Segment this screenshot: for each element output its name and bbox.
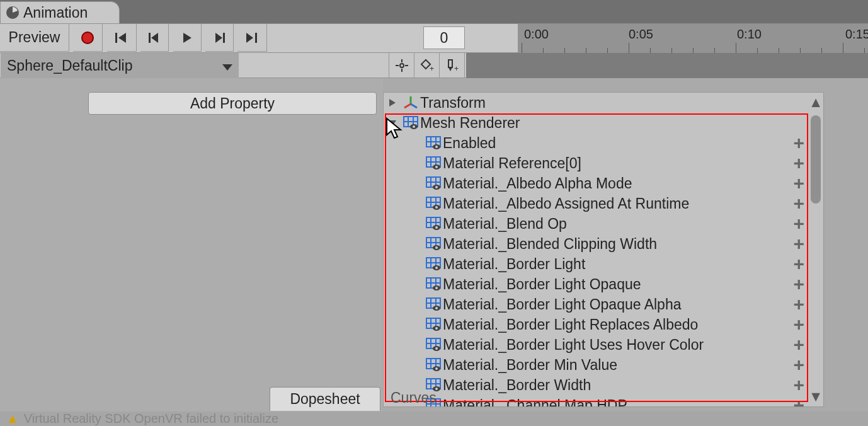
add-property-icon[interactable]: + — [793, 132, 804, 154]
timeline-lane[interactable] — [466, 53, 868, 78]
add-property-icon[interactable]: + — [793, 374, 804, 396]
property-list-panel — [0, 78, 383, 413]
property-row-transform[interactable]: Transform — [384, 93, 823, 113]
property-icon — [424, 338, 443, 352]
property-row[interactable]: Material._Albedo Assigned At Runtime+ — [384, 193, 823, 214]
svg-rect-8 — [223, 33, 225, 43]
clip-buttons: + + — [389, 53, 465, 78]
svg-rect-19 — [448, 60, 452, 67]
add-property-icon[interactable]: + — [793, 213, 804, 234]
collapse-icon[interactable] — [384, 118, 401, 127]
add-keyframe-button[interactable]: + — [414, 53, 439, 78]
add-property-icon[interactable]: + — [793, 294, 804, 315]
add-property-icon[interactable]: + — [793, 253, 804, 275]
property-label: Enabled — [443, 135, 496, 152]
ruler-mark: 0:15 — [845, 27, 868, 42]
last-frame-button[interactable] — [237, 24, 267, 52]
property-row[interactable]: Material._Border Light Uses Hover Color+ — [384, 335, 823, 355]
property-icon — [424, 237, 443, 251]
property-label: Material._Blended Clipping Width — [443, 236, 657, 253]
preview-button[interactable]: Preview — [0, 24, 69, 52]
add-property-icon[interactable]: + — [793, 153, 804, 174]
prev-key-button[interactable] — [140, 24, 169, 52]
svg-point-92 — [435, 327, 438, 330]
svg-marker-5 — [151, 33, 158, 43]
svg-line-24 — [411, 104, 417, 108]
property-row[interactable]: Material._Border Light Replaces Albedo+ — [384, 314, 823, 335]
add-property-icon[interactable]: + — [793, 354, 804, 376]
property-row[interactable]: Material._Channel Map HDP+ — [384, 395, 823, 407]
property-label: Material._Border Min Value — [443, 357, 617, 374]
add-property-icon[interactable]: + — [793, 233, 804, 255]
svg-point-38 — [435, 146, 438, 148]
property-icon — [424, 217, 443, 231]
property-row[interactable]: Material._Border Min Value+ — [384, 355, 823, 375]
ruler-mark: 0:00 — [524, 27, 549, 42]
add-property-icon[interactable]: + — [793, 394, 804, 407]
svg-point-62 — [435, 226, 438, 229]
property-label: Material._Albedo Alpha Mode — [443, 175, 632, 192]
property-label: Material._Border Light Uses Hover Color — [443, 337, 704, 354]
add-property-icon[interactable]: + — [793, 314, 804, 335]
clip-dropdown[interactable]: Sphere_DefaultClip — [1, 53, 239, 78]
animation-window: Animation Preview 0 Sphere_DefaultClip +… — [0, 0, 868, 426]
clip-name: Sphere_DefaultClip — [7, 57, 132, 74]
expand-icon[interactable] — [384, 98, 401, 107]
play-button[interactable] — [173, 24, 202, 52]
timeline-ruler[interactable]: 0:00 0:05 0:10 0:15 — [518, 24, 868, 53]
scroll-down-icon[interactable]: ▼ — [811, 388, 821, 405]
frame-input[interactable]: 0 — [423, 26, 465, 49]
scroll-thumb[interactable] — [811, 115, 821, 204]
property-row[interactable]: Enabled+ — [384, 133, 823, 153]
property-row-mesh-renderer[interactable]: Mesh Renderer — [384, 113, 823, 133]
add-property-icon[interactable]: + — [793, 173, 804, 194]
add-property-popup: Transform Mesh Renderer Enabled+Material… — [383, 92, 824, 407]
svg-marker-3 — [118, 33, 126, 43]
add-property-icon[interactable]: + — [793, 193, 804, 214]
status-text: Virtual Reality SDK OpenVR failed to ini… — [24, 412, 278, 426]
property-row[interactable]: Material._Albedo Alpha Mode+ — [384, 173, 823, 193]
property-row[interactable]: Material._Border Light Opaque Alpha+ — [384, 294, 823, 314]
svg-point-98 — [435, 347, 438, 350]
curves-tab[interactable]: Curves — [391, 389, 437, 406]
svg-point-1 — [82, 32, 93, 43]
property-row[interactable]: Material._Border Light Opaque+ — [384, 274, 823, 294]
add-property-button[interactable]: Add Property — [88, 92, 377, 115]
property-row[interactable]: Material._Border Width+ — [384, 375, 823, 395]
add-event-button[interactable]: + — [439, 53, 464, 78]
record-button[interactable] — [73, 24, 103, 52]
svg-text:+: + — [454, 64, 459, 72]
svg-point-56 — [435, 206, 438, 209]
svg-point-50 — [435, 186, 438, 188]
dopesheet-tab[interactable]: Dopesheet — [270, 387, 380, 411]
chevron-down-icon — [222, 57, 232, 74]
property-icon — [424, 318, 443, 331]
filter-by-selection-button[interactable] — [389, 53, 414, 78]
next-key-button[interactable] — [205, 24, 234, 52]
ruler-ticks — [518, 42, 868, 53]
first-frame-button[interactable] — [107, 24, 137, 52]
svg-point-86 — [435, 307, 438, 309]
scrollbar[interactable]: ▲ ▼ — [808, 93, 823, 406]
scroll-up-icon[interactable]: ▲ — [811, 94, 821, 111]
property-children-list: Enabled+Material Reference[0]+Material._… — [384, 133, 823, 407]
property-icon — [424, 136, 443, 150]
property-row[interactable]: Material._Blend Op+ — [384, 214, 823, 234]
svg-point-68 — [435, 246, 438, 249]
property-row[interactable]: Material._Border Light+ — [384, 254, 823, 274]
add-property-icon[interactable]: + — [793, 334, 804, 355]
add-property-icon[interactable]: + — [793, 273, 804, 295]
property-label: Material._Border Light Opaque Alpha — [443, 296, 681, 313]
tab-animation[interactable]: Animation — [0, 1, 120, 24]
ruler-mark: 0:10 — [737, 27, 762, 42]
svg-marker-9 — [246, 33, 253, 43]
property-row[interactable]: Material Reference[0]+ — [384, 153, 823, 173]
svg-rect-10 — [255, 33, 257, 43]
property-row[interactable]: Material._Blended Clipping Width+ — [384, 234, 823, 254]
svg-point-115 — [433, 406, 440, 407]
svg-point-74 — [435, 267, 438, 269]
mesh-renderer-icon — [401, 116, 420, 130]
tab-label: Animation — [23, 4, 88, 21]
svg-marker-7 — [215, 33, 222, 43]
property-icon — [424, 297, 443, 311]
